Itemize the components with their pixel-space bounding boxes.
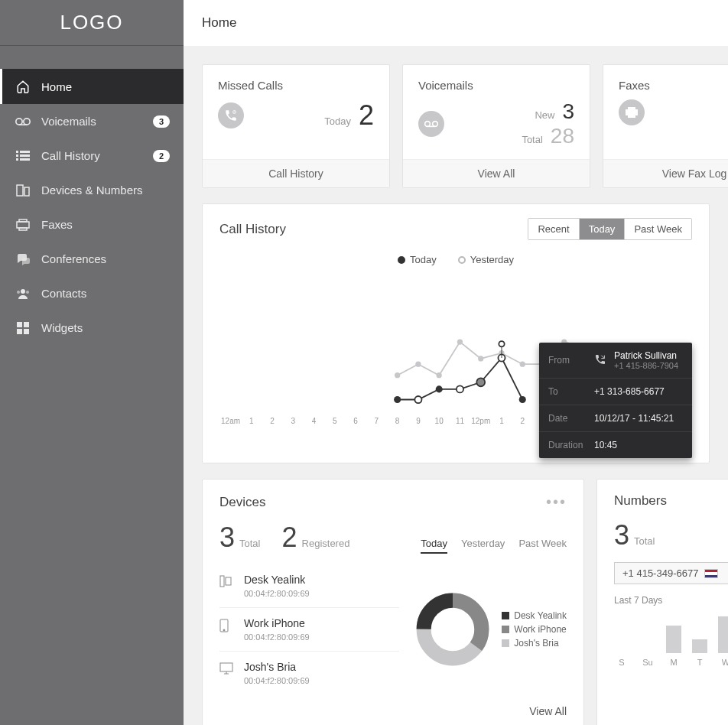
voicemail-icon (418, 111, 444, 137)
svg-text:8: 8 (395, 417, 400, 425)
device-item[interactable]: Desk Yealink00:04:f2:80:09:69 (219, 564, 399, 608)
panel-title: Numbers (614, 493, 667, 509)
card-title: Missed Calls (218, 79, 374, 92)
svg-point-44 (519, 396, 526, 403)
legend-yesterday: Yesterday (458, 254, 514, 265)
tooltip-from-label: From (548, 355, 587, 366)
tab-yesterday[interactable]: Yesterday (461, 538, 505, 554)
svg-text:7: 7 (375, 417, 379, 425)
sidebar-item-label: Call History (41, 149, 153, 162)
list-icon (14, 151, 32, 161)
panel-title: Devices (219, 495, 265, 510)
chart-tooltip: From Patrick Sullivan +1 415-886-7904 To… (539, 343, 692, 458)
legend-swatch (502, 612, 509, 619)
svg-text:5: 5 (333, 417, 337, 425)
topbar: Home (184, 0, 728, 46)
seg-recent[interactable]: Recent (528, 219, 579, 239)
svg-point-28 (395, 372, 400, 378)
legend-label: Work iPhone (514, 624, 566, 635)
bar (692, 639, 707, 653)
device-item[interactable]: Work iPhone00:04:f2:80:09:69 (219, 608, 399, 652)
card-footer-link[interactable]: View Fax Log (603, 159, 728, 187)
bar-col: Su (640, 653, 655, 667)
device-mac: 00:04:f2:80:09:69 (244, 632, 310, 642)
tooltip-date-value: 10/12/17 - 11:45:21 (594, 413, 674, 424)
sidebar-item-contacts[interactable]: Contacts (0, 276, 184, 310)
card-footer-link[interactable]: View All (403, 159, 590, 187)
stat-value: 28 (551, 124, 574, 148)
tooltip-dur-label: Duration (548, 440, 587, 450)
svg-point-40 (436, 385, 443, 392)
deskphone-icon (219, 575, 235, 590)
svg-point-14 (21, 289, 25, 294)
svg-rect-10 (24, 187, 29, 196)
time-segment: Recent Today Past Week (528, 218, 692, 240)
svg-rect-4 (16, 154, 18, 157)
tab-pastweek[interactable]: Past Week (518, 538, 567, 554)
sidebar-item-home[interactable]: Home (0, 69, 184, 104)
sidebar-item-faxes[interactable]: Faxes (0, 207, 184, 242)
tab-today[interactable]: Today (421, 538, 447, 554)
svg-rect-9 (17, 185, 23, 196)
svg-rect-69 (220, 576, 224, 587)
logo-text: LOGO (60, 11, 123, 34)
svg-point-29 (415, 362, 421, 367)
card-voicemails: Voicemails New3 Total28 View All (402, 64, 590, 188)
svg-point-22 (425, 122, 431, 127)
summary-cards: Missed Calls Today 2 Call History (202, 64, 710, 188)
device-name: Desk Yealink (244, 574, 310, 586)
stat-value: 3 (562, 99, 574, 124)
sidebar-item-conferences[interactable]: Conferences (0, 242, 184, 276)
devices-view-all[interactable]: View All (203, 694, 583, 725)
svg-rect-11 (17, 222, 29, 228)
more-icon[interactable]: ••• (546, 493, 567, 511)
donut-legend: Desk Yealink Work iPhone Josh's Bria (502, 607, 567, 652)
tooltip-to-label: To (548, 386, 587, 397)
bar-label: T (697, 658, 703, 667)
device-mac: 00:04:f2:80:09:69 (244, 676, 310, 685)
svg-point-32 (478, 356, 483, 361)
svg-rect-12 (19, 219, 27, 222)
chat-icon (14, 253, 32, 265)
sidebar-item-voicemails[interactable]: Voicemails 3 (0, 104, 184, 138)
svg-point-1 (24, 118, 30, 124)
sidebar-item-widgets[interactable]: Widgets (0, 310, 184, 345)
svg-rect-7 (20, 154, 30, 157)
number-selector[interactable]: +1 415-349-6677 (614, 562, 728, 584)
sidebar-item-label: Devices & Numbers (41, 184, 170, 197)
tooltip-date-label: Date (548, 413, 587, 424)
svg-rect-17 (17, 322, 22, 327)
svg-point-41 (457, 385, 463, 392)
sidebar-item-callhistory[interactable]: Call History 2 (0, 138, 184, 173)
fax-icon (619, 99, 645, 125)
main: Home Missed Calls Today 2 (184, 0, 728, 725)
devices-panel: Devices ••• 3Total 2Registered Today Yes… (202, 479, 584, 725)
bar-col: S (614, 653, 629, 667)
svg-rect-70 (226, 577, 231, 585)
bottom-row: Devices ••• 3Total 2Registered Today Yes… (202, 479, 710, 725)
svg-text:6: 6 (353, 417, 358, 425)
seg-pastweek[interactable]: Past Week (625, 219, 691, 239)
devices-reg-value: 2 (282, 522, 297, 553)
svg-point-39 (414, 396, 421, 403)
svg-point-30 (437, 372, 442, 378)
tooltip-dur-value: 10:45 (594, 440, 617, 450)
sidebar-item-label: Home (41, 80, 170, 93)
svg-rect-5 (16, 158, 18, 161)
svg-text:4: 4 (312, 417, 317, 425)
legend-label: Desk Yealink (514, 610, 567, 621)
phone-in-icon (594, 353, 606, 368)
seg-today[interactable]: Today (580, 219, 626, 239)
devices-list: Desk Yealink00:04:f2:80:09:69 Work iPhon… (219, 564, 399, 694)
sidebar-item-label: Voicemails (41, 115, 153, 128)
sidebar-item-label: Contacts (41, 287, 170, 300)
svg-text:11: 11 (456, 417, 465, 425)
card-footer-link[interactable]: Call History (203, 159, 389, 187)
device-item[interactable]: Josh's Bria00:04:f2:80:09:69 (219, 652, 399, 694)
svg-point-34 (520, 362, 525, 367)
svg-text:1: 1 (499, 417, 504, 425)
voicemail-icon (14, 117, 32, 126)
legend-label: Josh's Bria (514, 638, 558, 649)
sidebar-item-devices[interactable]: Devices & Numbers (0, 173, 184, 207)
card-title: Faxes (619, 79, 728, 92)
